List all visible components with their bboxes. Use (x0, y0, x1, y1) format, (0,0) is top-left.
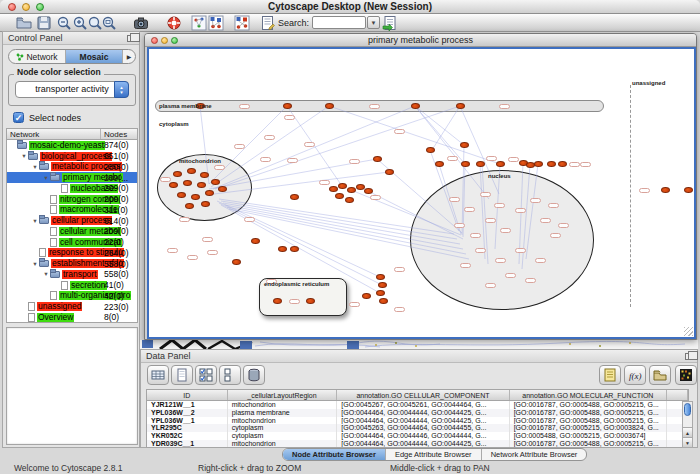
tree-row[interactable]: response to stimulu264(0) (7, 248, 137, 259)
graph-edge[interactable] (522, 165, 530, 269)
tree-row[interactable]: ▼establishment of lo558(0) (7, 258, 137, 269)
graph-edge[interactable] (480, 164, 485, 259)
tree-row[interactable]: ▼cellular process614(0) (7, 215, 137, 226)
graph-node[interactable] (185, 203, 194, 209)
graph-edge[interactable] (215, 106, 460, 189)
graph-node[interactable] (376, 290, 385, 296)
tree-row[interactable]: secretion41(0) (7, 280, 137, 291)
tree-row[interactable]: mosaic-demo-yeast874(0) (7, 140, 137, 151)
graph-node[interactable] (476, 161, 485, 167)
table-row[interactable]: YLR295Ccytoplasm[GO:0045263, GO:0044464,… (147, 424, 688, 432)
graph-node[interactable] (345, 197, 354, 203)
tree-row[interactable]: macromolecule311(0) (7, 205, 137, 216)
tree-expander-icon[interactable]: ▼ (42, 271, 50, 277)
graph-node[interactable] (169, 182, 178, 188)
zoom-out-icon[interactable] (56, 15, 72, 31)
delete-attribute-icon[interactable] (243, 365, 265, 385)
select-nodes-checkbox[interactable]: ✓ (13, 112, 24, 123)
graph-node[interactable] (356, 184, 365, 190)
graph-node[interactable] (329, 186, 338, 192)
tab-node-attribute-browser[interactable]: Node Attribute Browser (283, 449, 386, 460)
zoom-selected-icon[interactable] (101, 15, 117, 31)
scrollbar-thumb[interactable] (684, 403, 691, 416)
graph-node[interactable] (534, 161, 543, 167)
annotation-b-icon[interactable] (234, 15, 250, 31)
tree-row-label[interactable]: cellular process (51, 216, 112, 225)
tree-row[interactable]: cellular metabol209(0) (7, 226, 137, 237)
resize-grip[interactable] (684, 327, 693, 336)
tree-expander-icon[interactable]: ▼ (42, 175, 50, 181)
node-color-attribute-select[interactable]: transporter activity ▲▼ (15, 81, 129, 98)
graph-node[interactable] (338, 183, 347, 189)
annotation-a-icon[interactable] (208, 15, 224, 31)
graph-node[interactable] (411, 103, 420, 109)
open-file-icon[interactable] (16, 15, 32, 31)
graph-node[interactable] (456, 103, 465, 109)
graph-node[interactable] (306, 298, 315, 304)
tab-edge-attribute-browser[interactable]: Edge Attribute Browser (386, 449, 482, 460)
tree-row[interactable]: nitrogen compo209(0) (7, 194, 137, 205)
graph-node[interactable] (347, 187, 356, 193)
tree-expander-icon[interactable]: ▼ (20, 153, 28, 159)
graph-edge[interactable] (415, 106, 465, 164)
graph-node[interactable] (290, 194, 299, 200)
graph-node[interactable] (684, 187, 693, 193)
tree-row-label[interactable]: transport (62, 270, 98, 279)
tree-expander-icon[interactable]: ▼ (31, 261, 39, 267)
search-input[interactable] (312, 16, 366, 29)
graph-node[interactable] (273, 298, 282, 304)
graph-node[interactable] (290, 246, 299, 252)
graph-node[interactable] (191, 194, 200, 200)
help-icon[interactable] (166, 15, 182, 31)
tab-network-attribute-browser[interactable]: Network Attribute Browser (482, 449, 587, 460)
graph-node[interactable] (177, 192, 186, 198)
table-row[interactable]: YPL036W__1mitochondrion[GO:0044464, GO:0… (147, 417, 688, 425)
graph-node[interactable] (460, 142, 469, 148)
tree-row[interactable]: ▼biological_process651(0) (7, 151, 137, 162)
combo-stepper-icon[interactable]: ▲▼ (114, 81, 129, 98)
graph-node[interactable] (205, 190, 214, 196)
tree-row[interactable]: cell communicat22(0) (7, 237, 137, 248)
graph-edge[interactable] (329, 106, 500, 164)
graph-node[interactable] (364, 188, 373, 194)
graph-edge[interactable] (209, 106, 287, 184)
graph-node[interactable] (373, 156, 382, 162)
attribute-notes-icon[interactable] (599, 365, 621, 385)
attribute-grid-icon[interactable] (147, 365, 169, 385)
graph-node[interactable] (558, 161, 567, 167)
tree-row-label[interactable]: unassigned (37, 302, 82, 311)
column-header-3[interactable]: annotation.GO MOLECULAR_FUNCTION (510, 390, 667, 400)
save-session-icon[interactable] (36, 15, 52, 31)
graph-edge[interactable] (432, 106, 460, 150)
graph-node[interactable] (201, 201, 210, 207)
graph-node[interactable] (232, 259, 241, 265)
graph-node[interactable] (496, 161, 505, 167)
column-header-1[interactable]: _cellularLayoutRegion (228, 390, 338, 400)
search-dropdown-icon[interactable]: ▼ (367, 16, 380, 29)
graph-node[interactable] (251, 238, 260, 244)
zoom-in-icon[interactable] (72, 15, 88, 31)
attribute-matrix-icon[interactable] (675, 365, 697, 385)
tree-row[interactable]: Overview8(0) (7, 312, 137, 323)
window-titlebar[interactable]: Cytoscape Desktop (New Session) (0, 0, 700, 14)
import-network-icon[interactable] (382, 15, 398, 31)
scroll-down-icon[interactable]: ▼ (683, 437, 692, 447)
unselect-attributes-icon[interactable] (219, 365, 241, 385)
column-header-filler[interactable] (667, 390, 688, 400)
table-row[interactable]: YJR121W__1mitochondrion[GO:0045267, GO:0… (147, 401, 688, 409)
graph-edge[interactable] (221, 201, 457, 239)
tree-row-label[interactable]: secretion (70, 281, 107, 290)
graph-node[interactable] (461, 161, 470, 167)
graph-node[interactable] (435, 161, 444, 167)
graph-node[interactable] (547, 161, 556, 167)
graph-edge[interactable] (219, 203, 382, 285)
graph-node[interactable] (378, 282, 387, 288)
graph-edge[interactable] (415, 106, 489, 199)
create-attribute-icon[interactable] (171, 365, 193, 385)
tree-row-label[interactable]: Overview (37, 313, 74, 322)
graph-node[interactable] (362, 293, 371, 299)
graph-node[interactable] (376, 274, 385, 280)
tab-network[interactable]: Network (9, 50, 66, 63)
graph-edge[interactable] (229, 209, 469, 259)
graph-node[interactable] (335, 193, 344, 199)
